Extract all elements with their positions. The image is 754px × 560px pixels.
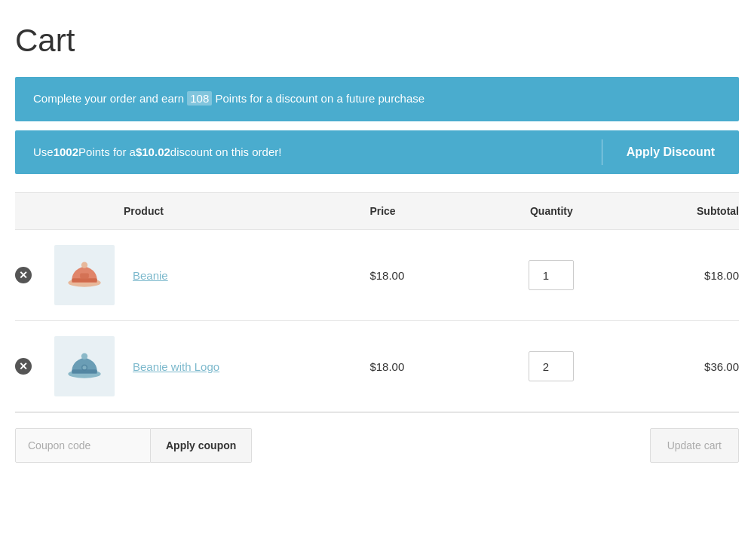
- col-price-header: Price: [360, 193, 480, 230]
- table-header-row: Product Price Quantity Subtotal: [15, 193, 739, 230]
- update-cart-button[interactable]: Update cart: [650, 428, 739, 463]
- product-name-cell-1: Beanie with Logo: [124, 321, 360, 412]
- col-remove-header: [15, 193, 45, 230]
- col-product-header: Product: [124, 193, 360, 230]
- svg-rect-1: [72, 278, 97, 282]
- remove-button-0[interactable]: ✕: [15, 267, 32, 283]
- table-row: ✕ Beanie $18.00: [15, 230, 739, 321]
- col-subtotal-header: Subtotal: [623, 193, 739, 230]
- product-name-link-0[interactable]: Beanie: [133, 269, 168, 282]
- cart-table: Product Price Quantity Subtotal ✕: [15, 192, 739, 412]
- qty-input-0[interactable]: [529, 260, 574, 290]
- discount-banner: Use 1002 Points for a $10.02 discount on…: [15, 130, 739, 175]
- points-earn-text-before: Complete your order and earn: [33, 92, 187, 105]
- discount-amount-value: $10.02: [136, 144, 170, 161]
- discount-text: Use 1002 Points for a $10.02 discount on…: [15, 130, 602, 175]
- discount-text-middle: Points for a: [78, 144, 136, 161]
- svg-rect-3: [80, 274, 89, 279]
- remove-icon-1: ✕: [15, 358, 32, 375]
- subtotal-cell-1: $36.00: [623, 321, 739, 412]
- product-image-cell-0: [45, 230, 124, 321]
- qty-input-1[interactable]: [529, 351, 574, 381]
- col-image-header: [45, 193, 124, 230]
- col-quantity-header: Quantity: [480, 193, 623, 230]
- points-earn-text-after: Points for a discount on a future purcha…: [212, 92, 425, 105]
- qty-cell-1: [480, 321, 623, 412]
- product-name-link-1[interactable]: Beanie with Logo: [133, 360, 219, 373]
- apply-coupon-button[interactable]: Apply coupon: [151, 428, 252, 463]
- coupon-input[interactable]: [15, 428, 151, 463]
- cart-actions: Apply coupon Update cart: [15, 412, 739, 463]
- price-cell-0: $18.00: [360, 230, 480, 321]
- svg-point-2: [81, 262, 87, 268]
- points-earn-banner: Complete your order and earn 108 Points …: [15, 77, 739, 121]
- svg-point-8: [83, 366, 87, 369]
- remove-button-1[interactable]: ✕: [15, 358, 32, 375]
- product-thumb-0: [54, 245, 115, 305]
- page-title: Cart: [15, 23, 739, 59]
- qty-cell-0: [480, 230, 623, 321]
- remove-icon-0: ✕: [15, 267, 32, 283]
- product-name-cell-0: Beanie: [124, 230, 360, 321]
- table-row: ✕ Beanie with Logo $18.00: [15, 321, 739, 412]
- svg-point-6: [81, 353, 87, 360]
- points-earn-value: 108: [187, 91, 212, 106]
- discount-text-after: discount on this order!: [170, 144, 282, 161]
- discount-text-before: Use: [33, 144, 54, 161]
- remove-cell-0: ✕: [15, 230, 45, 321]
- apply-discount-button[interactable]: Apply Discount: [602, 130, 739, 175]
- price-cell-1: $18.00: [360, 321, 480, 412]
- product-image-cell-1: [45, 321, 124, 412]
- product-thumb-1: [54, 336, 115, 396]
- discount-points-value: 1002: [54, 144, 78, 161]
- remove-cell-1: ✕: [15, 321, 45, 412]
- subtotal-cell-0: $18.00: [623, 230, 739, 321]
